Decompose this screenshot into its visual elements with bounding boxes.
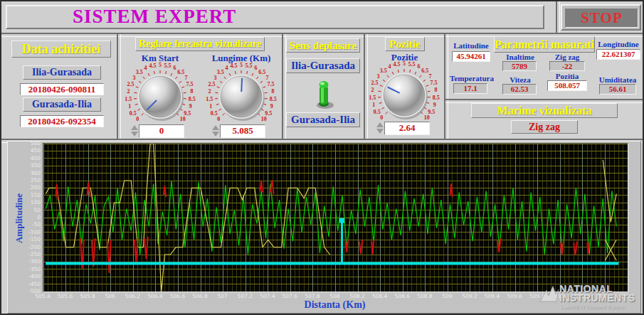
marime-title: Marime vizualizata (471, 103, 618, 118)
y-tick-label: -350 (22, 266, 41, 272)
marime-zigzag-button[interactable]: Zig zag (511, 120, 578, 134)
svg-text:3.5: 3.5 (217, 69, 224, 75)
svg-text:9: 9 (189, 103, 192, 110)
pozitie-stepper[interactable] (376, 121, 384, 135)
svg-text:3: 3 (377, 73, 380, 80)
sens-bottom-button[interactable]: Gurasada-Ilia (286, 112, 360, 127)
increment-icon[interactable] (131, 125, 138, 130)
svg-text:8: 8 (271, 88, 274, 95)
svg-text:7: 7 (184, 75, 187, 81)
svg-text:5: 5 (159, 62, 162, 68)
svg-text:2.5: 2.5 (127, 81, 134, 87)
waveform-graph (43, 144, 628, 292)
longitudine-value: 22.621307 (596, 49, 640, 60)
pozitia-label: Pozitia (548, 72, 586, 80)
lungime-stepper[interactable] (212, 124, 220, 138)
x-tick-label: 507.6 (278, 293, 301, 299)
x-tick-label: 507.2 (233, 293, 256, 299)
x-tick-label: 507 (211, 293, 234, 299)
y-tick-label: -100 (22, 229, 41, 235)
svg-text:3: 3 (133, 75, 136, 81)
pozitia-value: 508.057 (547, 80, 587, 91)
latitudine-value: 45.94261 (452, 51, 490, 62)
longitudine-label: Longitudine (595, 40, 642, 48)
increment-icon[interactable] (376, 122, 384, 127)
ni-brand-line2: INSTRUMENTS (559, 294, 635, 303)
x-tick-label: 505.4 (31, 293, 54, 299)
stop-button[interactable]: STOP (561, 4, 641, 31)
y-tick-label: 400 (22, 155, 41, 161)
chart-plot (43, 143, 628, 292)
svg-text:10: 10 (180, 116, 186, 122)
x-tick-label: 509.2 (458, 293, 481, 299)
temperatura-label: Temperatura (447, 74, 497, 82)
direction-toggle[interactable] (310, 75, 337, 111)
svg-text:2.5: 2.5 (208, 81, 215, 87)
svg-text:9: 9 (433, 102, 436, 108)
svg-text:2: 2 (127, 88, 130, 95)
x-tick-label: 508.2 (346, 293, 369, 299)
svg-text:4.5: 4.5 (149, 63, 156, 69)
viteza-value: 62.53 (502, 84, 537, 95)
app-window: SISTEM EXPERT STOP Data achizitiei Ilia-… (0, 0, 644, 315)
svg-text:1.5: 1.5 (206, 96, 213, 102)
divider (556, 1, 560, 33)
svg-text:2: 2 (371, 87, 374, 93)
date2-field[interactable]: 20180426-092354 (20, 115, 104, 127)
decrement-icon[interactable] (376, 129, 384, 134)
x-tick-label: 505.6 (54, 293, 77, 299)
svg-text:6.5: 6.5 (177, 69, 184, 75)
svg-text:4: 4 (389, 63, 391, 70)
svg-text:5.5: 5.5 (246, 63, 253, 69)
pozitie-knob[interactable]: 00.511.522.533.544.555.566.577.588.599.5… (364, 60, 445, 131)
svg-text:8.5: 8.5 (189, 96, 196, 102)
y-tick-label: -50 (22, 221, 41, 228)
svg-text:10: 10 (424, 114, 430, 121)
sens-top-button[interactable]: Ilia-Gurasada (286, 58, 360, 73)
temperatura-value: 17.1 (453, 83, 487, 94)
y-tick-label: -300 (22, 258, 41, 265)
x-tick-label: 505.8 (76, 293, 99, 299)
pozitie-value[interactable]: 2.64 (384, 122, 430, 135)
y-tick-label: 200 (22, 184, 41, 191)
svg-text:7.5: 7.5 (431, 80, 438, 86)
date1-field[interactable]: 20180426-090811 (20, 83, 104, 95)
parametrii-title: Parametrii masurati (494, 36, 595, 53)
decrement-icon[interactable] (212, 132, 219, 137)
x-tick-label: 507.4 (256, 293, 279, 299)
y-tick-label: -150 (22, 236, 41, 242)
km-start-knob[interactable]: 00.511.522.533.544.555.566.577.588.599.5… (120, 61, 201, 132)
page-title: SISTEM EXPERT (6, 5, 544, 29)
x-tick-label: 506.6 (166, 293, 189, 299)
y-tick-label: -200 (22, 244, 41, 250)
svg-text:6: 6 (173, 65, 176, 71)
stop-button-label: STOP (565, 9, 638, 28)
x-tick-label: 509 (436, 293, 458, 299)
sens-title: Sens deplasare (286, 38, 360, 53)
lungime-knob-group: Lungime (Km) 00.511.522.533.544.555.566.… (202, 53, 280, 139)
km-start-value-row: 0 (131, 124, 184, 138)
svg-text:2.5: 2.5 (371, 80, 378, 86)
km-start-value[interactable]: 0 (139, 124, 184, 138)
y-tick-label: -400 (22, 273, 41, 279)
svg-text:8: 8 (190, 88, 193, 95)
x-tick-label: 506.8 (189, 293, 211, 299)
direction2-button[interactable]: Gurasada-Ilia (23, 97, 101, 112)
y-tick-label: 150 (22, 192, 41, 198)
lungime-value[interactable]: 5.085 (220, 124, 265, 138)
decrement-icon[interactable] (131, 132, 138, 137)
svg-text:6.5: 6.5 (258, 69, 265, 75)
inaltime-value: 5789 (502, 61, 537, 71)
lungime-knob[interactable]: 00.511.522.533.544.555.566.577.588.599.5… (201, 61, 282, 132)
km-start-stepper[interactable] (131, 124, 139, 138)
panel-data-achizitiei: Data achizitiei Ilia-Gurasada 20180426-0… (7, 34, 115, 139)
svg-text:3: 3 (214, 75, 217, 81)
direction1-button[interactable]: Ilia-Gurasada (23, 65, 101, 80)
svg-text:1.5: 1.5 (369, 95, 376, 101)
svg-text:5.5: 5.5 (408, 61, 416, 68)
svg-text:3.5: 3.5 (380, 68, 387, 74)
svg-text:7: 7 (265, 75, 268, 81)
zigzag-label: Zig zag (548, 53, 586, 61)
increment-icon[interactable] (212, 125, 219, 130)
svg-text:8.5: 8.5 (433, 95, 440, 101)
